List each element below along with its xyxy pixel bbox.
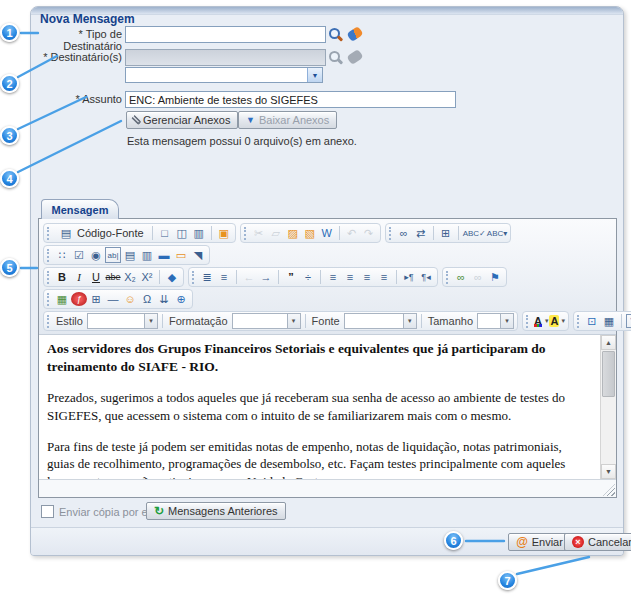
toolbar-grip[interactable] bbox=[526, 315, 529, 328]
paste-text-icon[interactable]: ▧ bbox=[302, 225, 318, 241]
align-left-icon[interactable]: ≡ bbox=[325, 269, 341, 285]
tab-mensagem[interactable]: Mensagem bbox=[41, 199, 119, 219]
subscript-icon[interactable]: X₂ bbox=[122, 269, 138, 285]
table-icon[interactable]: ⊞ bbox=[88, 291, 104, 307]
div-container-icon[interactable]: ÷ bbox=[300, 269, 316, 285]
toolbar-grip[interactable] bbox=[192, 271, 195, 284]
preview-icon[interactable]: ◫ bbox=[174, 225, 190, 241]
remove-format-icon[interactable]: ◆ bbox=[164, 269, 180, 285]
toolbar-row-4: ▦ ƒ ⊞ — ☺ Ω ⇊ ⊕ bbox=[43, 288, 612, 310]
smiley-icon[interactable]: ☺ bbox=[122, 291, 138, 307]
manage-attachments-button[interactable]: Gerenciar Anexos bbox=[126, 111, 238, 129]
toolbar-grip[interactable] bbox=[47, 227, 50, 240]
select-all-icon[interactable]: ⊞ bbox=[438, 225, 454, 241]
align-center-icon[interactable]: ≡ bbox=[342, 269, 358, 285]
hidden-field-icon[interactable]: ∷ bbox=[54, 247, 70, 263]
send-copy-checkbox[interactable] bbox=[41, 505, 54, 518]
align-justify-icon[interactable]: ≡ bbox=[376, 269, 392, 285]
toolbar-grip[interactable] bbox=[47, 271, 50, 284]
previous-messages-button[interactable]: ↻ Mensagens Anteriores bbox=[146, 502, 286, 520]
maximize-icon[interactable]: ⊡ bbox=[584, 313, 600, 329]
flash-icon[interactable]: ƒ bbox=[71, 292, 87, 306]
align-right-icon[interactable]: ≡ bbox=[359, 269, 375, 285]
callout-2: 2 bbox=[0, 74, 19, 93]
image-icon[interactable]: ▦ bbox=[54, 291, 70, 307]
image-button-icon[interactable]: ▭ bbox=[173, 247, 189, 263]
italic-icon[interactable]: I bbox=[71, 269, 87, 285]
paste-icon[interactable]: ▨ bbox=[285, 225, 301, 241]
toolbar-grip[interactable] bbox=[47, 249, 50, 262]
bold-icon[interactable]: B bbox=[54, 269, 70, 285]
scroll-up-icon[interactable]: ▲ bbox=[601, 335, 616, 350]
text-color-icon[interactable]: A bbox=[533, 315, 543, 327]
size-combo-label: Tamanho bbox=[428, 315, 473, 327]
special-char-icon[interactable]: Ω bbox=[139, 291, 155, 307]
editor-scrollbar[interactable]: ▲ ▼ bbox=[600, 335, 616, 479]
spellcheck-icon[interactable]: ABC✓ bbox=[463, 225, 486, 241]
spellcheck-menu-icon[interactable]: ABC▾ bbox=[487, 225, 507, 241]
cancel-button[interactable]: × Cancelar bbox=[564, 533, 631, 551]
about-icon[interactable]: ? bbox=[626, 314, 631, 328]
button-field-icon[interactable]: ▬ bbox=[156, 247, 172, 263]
chevron-down-icon[interactable]: ▾ bbox=[403, 314, 416, 328]
chevron-down-icon[interactable]: ▾ bbox=[287, 314, 300, 328]
checkbox-field-icon[interactable]: ☑ bbox=[71, 247, 87, 263]
toolbar-grip[interactable] bbox=[47, 293, 50, 306]
text-field-icon[interactable]: ab| bbox=[105, 247, 121, 263]
paste-word-icon[interactable]: W bbox=[319, 225, 335, 241]
download-attachments-button[interactable]: ▼ Baixar Anexos bbox=[238, 111, 337, 129]
ltr-icon[interactable]: ▸¶ bbox=[401, 269, 417, 285]
previous-messages-label: Mensagens Anteriores bbox=[168, 505, 277, 517]
indent-icon[interactable]: → bbox=[258, 269, 274, 285]
scroll-down-icon[interactable]: ▼ bbox=[601, 464, 616, 479]
recipients-dropdown[interactable]: ▼ bbox=[125, 67, 323, 83]
font-combo[interactable]: ▾ bbox=[344, 313, 417, 329]
show-blocks-icon[interactable]: ▦ bbox=[601, 313, 617, 329]
at-icon: @ bbox=[516, 535, 528, 549]
underline-icon[interactable]: U bbox=[88, 269, 104, 285]
toolbar-grip[interactable] bbox=[47, 315, 50, 328]
toolbar-grip[interactable] bbox=[389, 227, 392, 240]
find-icon[interactable]: ∞ bbox=[396, 225, 412, 241]
blockquote-icon[interactable]: ” bbox=[283, 269, 299, 285]
anchor-icon[interactable]: ⚑ bbox=[487, 269, 503, 285]
strikethrough-icon[interactable]: abe bbox=[105, 269, 121, 285]
style-combo[interactable]: ▾ bbox=[87, 313, 158, 329]
highlight-color-icon[interactable]: A bbox=[549, 315, 559, 327]
recipient-type-input[interactable] bbox=[125, 26, 326, 43]
templates-icon[interactable]: ▣ bbox=[216, 225, 232, 241]
source-button[interactable]: ▤ Código-Fonte bbox=[54, 224, 148, 242]
callout-7: 7 bbox=[498, 571, 517, 590]
text-color-menu-icon[interactable]: ▾ bbox=[545, 317, 549, 325]
page-break-icon[interactable]: ⇊ bbox=[156, 291, 172, 307]
new-page-icon[interactable]: □ bbox=[157, 225, 173, 241]
unordered-list-icon[interactable]: ≡ bbox=[216, 269, 232, 285]
toolbar-grip[interactable] bbox=[577, 315, 580, 328]
size-combo[interactable]: ▾ bbox=[477, 313, 514, 329]
search-icon[interactable] bbox=[329, 28, 340, 39]
superscript-icon[interactable]: X² bbox=[139, 269, 155, 285]
chevron-down-icon[interactable]: ▼ bbox=[307, 68, 322, 82]
horizontal-rule-icon[interactable]: — bbox=[105, 291, 121, 307]
scrollbar-thumb[interactable] bbox=[602, 351, 615, 397]
highlight-color-menu-icon[interactable]: ▾ bbox=[561, 317, 565, 325]
print-icon[interactable]: ▥ bbox=[191, 225, 207, 241]
resize-handle[interactable] bbox=[603, 484, 615, 496]
radio-field-icon[interactable]: ◉ bbox=[88, 247, 104, 263]
selection-arrow-icon[interactable]: ◥ bbox=[190, 247, 206, 263]
rtl-icon[interactable]: ¶◂ bbox=[418, 269, 434, 285]
link-icon[interactable]: ∞ bbox=[453, 269, 469, 285]
toolbar-grip[interactable] bbox=[446, 271, 449, 284]
textarea-field-icon[interactable]: ▤ bbox=[122, 247, 138, 263]
universal-char-icon[interactable]: ⊕ bbox=[173, 291, 189, 307]
select-field-icon[interactable]: ▥ bbox=[139, 247, 155, 263]
replace-icon[interactable]: ⇄ bbox=[413, 225, 429, 241]
toolbar-grip[interactable] bbox=[244, 227, 247, 240]
send-button[interactable]: @ Enviar bbox=[508, 533, 571, 551]
ordered-list-icon[interactable]: ≣ bbox=[199, 269, 215, 285]
subject-input[interactable] bbox=[125, 91, 456, 108]
message-body[interactable]: Aos servidores dos Grupos Financeiros Se… bbox=[39, 335, 600, 479]
chevron-down-icon[interactable]: ▾ bbox=[500, 314, 513, 328]
chevron-down-icon[interactable]: ▾ bbox=[144, 314, 157, 328]
format-combo[interactable]: ▾ bbox=[232, 313, 301, 329]
